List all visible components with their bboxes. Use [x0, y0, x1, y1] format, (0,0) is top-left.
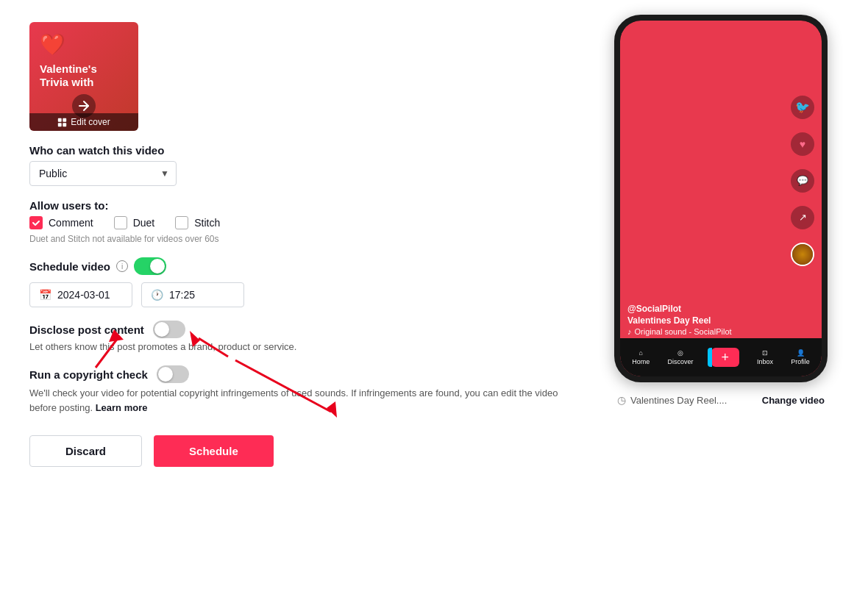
- allow-users-section: Allow users to: Comment Duet: [29, 199, 574, 244]
- heart-icon: ❤️: [40, 32, 65, 57]
- info-icon[interactable]: i: [116, 260, 128, 272]
- home-icon: ⌂: [638, 349, 642, 357]
- comment-checkbox[interactable]: [29, 216, 43, 229]
- allow-users-label: Allow users to:: [29, 199, 574, 212]
- allow-comment-option[interactable]: Comment: [29, 216, 93, 229]
- phone-sound: ♪ Original sound - SocialPilot: [627, 327, 732, 336]
- svg-rect-2: [58, 123, 62, 126]
- svg-rect-1: [63, 118, 67, 121]
- edit-cover-label: Edit cover: [71, 117, 110, 127]
- schedule-toggle-knob: [150, 259, 165, 274]
- svg-rect-0: [58, 118, 62, 121]
- schedule-button[interactable]: Schedule: [154, 435, 274, 467]
- allow-options: Comment Duet Stitch: [29, 216, 574, 229]
- allow-note: Duet and Stitch not available for videos…: [29, 234, 574, 244]
- duet-label: Duet: [133, 217, 155, 229]
- right-panel: 🐦 ♥ 💬 ↗ @Soc: [603, 15, 839, 582]
- calendar-icon: 📅: [39, 289, 51, 301]
- duet-checkbox[interactable]: [114, 216, 127, 229]
- allow-stitch-option[interactable]: Stitch: [175, 216, 220, 229]
- phone-mockup: 🐦 ♥ 💬 ↗ @Soc: [614, 15, 828, 382]
- phone-screen: 🐦 ♥ 💬 ↗ @Soc: [620, 21, 822, 376]
- phone-nav-home[interactable]: ⌂ Home: [632, 349, 650, 365]
- left-panel: ❤️ Valentine's Trivia with Edit cover: [29, 15, 574, 582]
- schedule-section: Schedule video i 📅 2024-03-01 🕐 17:25: [29, 257, 574, 307]
- edit-cover-bar[interactable]: Edit cover: [29, 113, 138, 131]
- schedule-date-input[interactable]: 📅 2024-03-01: [29, 282, 132, 307]
- copyright-section: Run a copyright check We'll check your v…: [29, 365, 574, 415]
- phone-nav-profile[interactable]: 👤 Profile: [791, 349, 810, 365]
- copyright-label: Run a copyright check: [29, 368, 148, 381]
- privacy-dropdown[interactable]: Public Friends Only me: [29, 161, 177, 186]
- phone-nav-inbox[interactable]: ⊡ Inbox: [757, 349, 773, 365]
- who-can-watch-label: Who can watch this video: [29, 144, 574, 157]
- disclose-note: Let others know this post promotes a bra…: [29, 341, 574, 352]
- phone-bottom-info: @SocialPilot Valentines Day Reel ♪ Origi…: [627, 304, 732, 336]
- copyright-toggle-knob: [158, 367, 173, 382]
- comment-label: Comment: [49, 217, 93, 229]
- disclose-toggle[interactable]: [153, 321, 185, 338]
- action-buttons: Discard Schedule: [29, 435, 574, 467]
- copyright-toggle[interactable]: [157, 365, 189, 383]
- discard-button[interactable]: Discard: [29, 435, 142, 467]
- stitch-label: Stitch: [194, 217, 220, 229]
- schedule-inputs: 📅 2024-03-01 🕐 17:25: [29, 282, 574, 307]
- phone-video-title: Valentines Day Reel: [627, 315, 732, 326]
- privacy-dropdown-container: Public Friends Only me ▼: [29, 161, 177, 186]
- phone-username: @SocialPilot: [627, 304, 732, 314]
- phone-nav-discover[interactable]: ◎ Discover: [667, 349, 693, 365]
- cover-image[interactable]: ❤️ Valentine's Trivia with Edit cover: [29, 22, 138, 131]
- schedule-title: Schedule video: [29, 260, 110, 273]
- disclose-toggle-knob: [154, 322, 169, 337]
- video-info-bar: ◷ Valentines Day Reel.... Change video: [614, 394, 828, 406]
- phone-avatar: [791, 243, 814, 266]
- schedule-header: Schedule video i: [29, 257, 574, 275]
- cover-title: Valentine's Trivia with: [40, 62, 97, 89]
- phone-nav: ⌂ Home ◎ Discover + ⊡: [620, 338, 822, 376]
- schedule-time-value: 17:25: [169, 289, 195, 301]
- disclose-label: Disclose post content: [29, 323, 144, 336]
- disclose-row: Disclose post content: [29, 321, 574, 338]
- change-video-button[interactable]: Change video: [762, 395, 825, 406]
- inbox-icon: ⊡: [762, 349, 768, 357]
- music-icon: ♪: [627, 327, 632, 336]
- copyright-row: Run a copyright check: [29, 365, 574, 383]
- stitch-checkbox[interactable]: [175, 216, 188, 229]
- discover-icon: ◎: [677, 349, 683, 357]
- video-filename-text: Valentines Day Reel....: [630, 395, 727, 406]
- phone-like-icon: ♥: [791, 132, 814, 156]
- phone-profile-icon: 🐦: [791, 96, 814, 119]
- phone-comment-icon: 💬: [791, 169, 814, 193]
- allow-duet-option[interactable]: Duet: [114, 216, 155, 229]
- clock-icon: 🕐: [151, 289, 163, 301]
- schedule-time-input[interactable]: 🕐 17:25: [141, 282, 244, 307]
- profile-icon: 👤: [797, 349, 805, 357]
- video-filename: ◷ Valentines Day Reel....: [617, 394, 727, 406]
- disclose-section: Disclose post content Let others know th…: [29, 321, 574, 352]
- svg-rect-3: [63, 123, 67, 126]
- learn-more-link[interactable]: Learn more: [96, 402, 148, 413]
- schedule-toggle[interactable]: [134, 257, 166, 275]
- schedule-date-value: 2024-03-01: [57, 289, 110, 301]
- who-can-watch-section: Who can watch this video Public Friends …: [29, 144, 574, 186]
- phone-share-icon: ↗: [791, 206, 814, 229]
- phone-nav-plus[interactable]: +: [711, 348, 739, 367]
- phone-side-icons: 🐦 ♥ 💬 ↗: [791, 96, 814, 266]
- copyright-note: We'll check your video for potential cop…: [29, 386, 574, 415]
- video-file-icon: ◷: [617, 394, 626, 406]
